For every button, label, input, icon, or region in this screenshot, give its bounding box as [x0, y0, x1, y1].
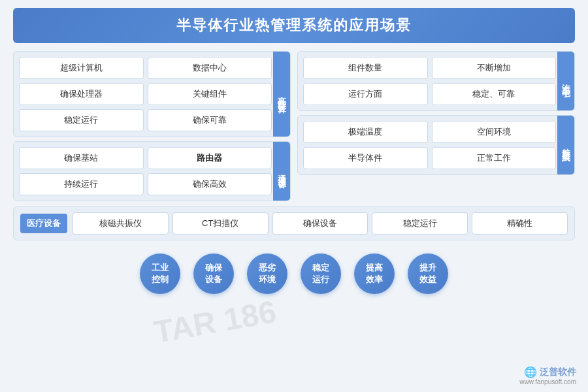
- circle-4: 提高效率: [354, 253, 395, 294]
- cell-operation: 运行方面: [303, 83, 428, 105]
- hpc-block: 超级计算机 数据中心 确保处理器 关键组件 稳定运行 确保可靠 高性能计算: [13, 51, 291, 137]
- cell-compcount: 组件数量: [303, 57, 428, 79]
- circle-item-5: 提升效益: [408, 253, 448, 294]
- right-panel: 组件数量 不断增加 运行方面 稳定、可靠 汽车电子 极端温度 空间环境 半导体件…: [297, 51, 575, 201]
- cell-router: 路由器: [148, 147, 272, 169]
- cell-normalwork: 正常工作: [432, 147, 557, 169]
- circle-item-2: 恶劣环境: [247, 253, 287, 294]
- logo-brand: 泛普软件: [540, 367, 576, 378]
- circle-0: 工业控制: [140, 253, 180, 294]
- page-title: 半导体行业热管理系统的应用场景: [13, 8, 575, 43]
- cell-ensurereliable: 确保可靠: [148, 109, 272, 131]
- medical-item-1: CT扫描仪: [172, 212, 269, 235]
- medical-label: 医疗设备: [20, 214, 67, 233]
- cell-supercomputer: 超级计算机: [19, 57, 144, 79]
- medical-items: 核磁共振仪 CT扫描仪 确保设备 稳定运行 精确性: [73, 212, 568, 235]
- logo-area: 🌐 泛普软件 www.fanpusoft.com: [519, 366, 576, 385]
- telecom-grid: 确保基站 路由器 持续运行 确保高效: [19, 147, 272, 195]
- cell-processor: 确保处理器: [19, 83, 144, 105]
- hpc-label: 高性能计算: [273, 52, 290, 137]
- aero-grid: 极端温度 空间环境 半导体件 正常工作: [303, 121, 556, 169]
- medical-item-0: 核磁共振仪: [73, 212, 169, 235]
- aero-block: 极端温度 空间环境 半导体件 正常工作 航空航天: [297, 115, 575, 175]
- cell-continuous: 持续运行: [19, 173, 144, 195]
- cell-increasing: 不断增加: [432, 57, 557, 79]
- auto-label: 汽车电子: [557, 52, 574, 110]
- cell-efficient: 确保高效: [148, 173, 272, 195]
- circle-item-3: 稳定运行: [301, 253, 341, 294]
- auto-grid: 组件数量 不断增加 运行方面 稳定、可靠: [303, 57, 556, 105]
- cell-keycomp: 关键组件: [148, 83, 272, 105]
- cell-datacenter: 数据中心: [148, 57, 272, 79]
- circles-section: 工业控制 确保设备 恶劣环境 稳定运行 提高效率 提升效益: [13, 248, 575, 297]
- cell-extremetemp: 极端温度: [303, 121, 428, 143]
- cell-spaceenv: 空间环境: [432, 121, 557, 143]
- main-container: 半导体行业热管理系统的应用场景 超级计算机 数据中心 确保处理器 关键组件 稳定…: [0, 0, 588, 392]
- circle-5: 提升效益: [408, 253, 448, 294]
- logo-url: www.fanpusoft.com: [519, 378, 576, 385]
- medical-item-3: 稳定运行: [372, 212, 468, 235]
- circle-item-1: 确保设备: [193, 253, 234, 294]
- content-area: 超级计算机 数据中心 确保处理器 关键组件 稳定运行 确保可靠 高性能计算 确保…: [13, 51, 575, 385]
- circle-1: 确保设备: [193, 253, 234, 294]
- auto-block: 组件数量 不断增加 运行方面 稳定、可靠 汽车电子: [297, 51, 575, 111]
- logo-icon: 🌐: [524, 366, 537, 378]
- telecom-label: 通信设备: [273, 142, 290, 201]
- medical-section: 医疗设备 核磁共振仪 CT扫描仪 确保设备 稳定运行 精确性: [13, 206, 575, 240]
- cell-reliable: 稳定、可靠: [432, 83, 557, 105]
- left-panel: 超级计算机 数据中心 确保处理器 关键组件 稳定运行 确保可靠 高性能计算 确保…: [13, 51, 291, 201]
- circle-3: 稳定运行: [301, 253, 341, 294]
- medical-item-2: 确保设备: [272, 212, 368, 235]
- telecom-block: 确保基站 路由器 持续运行 确保高效 通信设备: [13, 141, 291, 201]
- hpc-grid: 超级计算机 数据中心 确保处理器 关键组件 稳定运行 确保可靠: [19, 57, 272, 131]
- medical-item-4: 精确性: [472, 212, 568, 235]
- cell-stablerun: 稳定运行: [19, 109, 144, 131]
- aero-label: 航空航天: [557, 116, 574, 174]
- circle-item-4: 提高效率: [354, 253, 395, 294]
- circle-2: 恶劣环境: [247, 253, 287, 294]
- top-section: 超级计算机 数据中心 确保处理器 关键组件 稳定运行 确保可靠 高性能计算 确保…: [13, 51, 575, 201]
- circle-item-0: 工业控制: [140, 253, 180, 294]
- cell-semicond: 半导体件: [303, 147, 428, 169]
- cell-basestation: 确保基站: [19, 147, 144, 169]
